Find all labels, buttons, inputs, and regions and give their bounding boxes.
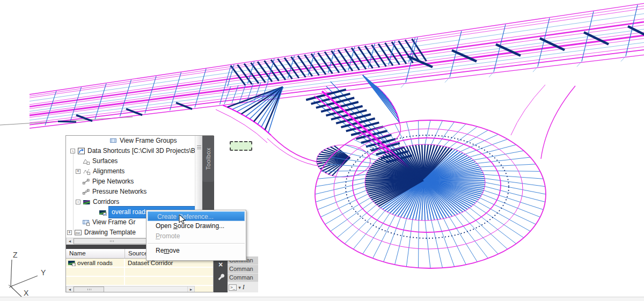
tree-item-pressure-networks[interactable]: Pressure Networks bbox=[66, 187, 195, 197]
table-row[interactable] bbox=[66, 268, 213, 277]
table-row[interactable] bbox=[66, 277, 213, 286]
pipe-networks-icon bbox=[82, 178, 90, 185]
item-view-horizontal-scrollbar[interactable]: ◄ ► bbox=[66, 286, 195, 292]
scrollbar-thumb[interactable] bbox=[74, 238, 150, 244]
menu-separator bbox=[148, 243, 245, 244]
command-prompt-row: >_ ▾ I bbox=[228, 282, 258, 292]
corridor-item-icon bbox=[68, 259, 76, 266]
selection-preview-box bbox=[230, 141, 252, 151]
svg-text:dwt: dwt bbox=[76, 231, 80, 234]
scroll-left-arrow-icon[interactable]: ◄ bbox=[67, 238, 74, 244]
ucs-y-label: Y bbox=[41, 268, 46, 277]
column-header-name[interactable]: Name bbox=[66, 249, 125, 258]
close-icon[interactable]: × bbox=[218, 261, 223, 268]
expand-box[interactable]: + bbox=[67, 230, 72, 235]
menu-item-promote[interactable]: Promote bbox=[147, 231, 246, 241]
text-cursor: I bbox=[243, 283, 245, 291]
ucs-x-label: X bbox=[24, 289, 29, 297]
corridors-icon bbox=[83, 199, 91, 205]
tree-guide-line bbox=[73, 151, 74, 231]
surfaces-icon bbox=[82, 158, 90, 165]
tree-item-surfaces[interactable]: Surfaces bbox=[66, 156, 195, 166]
scrollbar-grip[interactable] bbox=[197, 145, 201, 150]
view-frame-groups-icon bbox=[109, 137, 118, 144]
chevron-down-icon[interactable]: ▾ bbox=[238, 285, 241, 290]
view-frame-group-icon bbox=[82, 219, 90, 226]
command-prompt-icon[interactable]: >_ bbox=[229, 284, 237, 291]
menu-item-remove[interactable]: Remove bbox=[147, 246, 246, 256]
tab-toolbox[interactable]: Toolbox bbox=[202, 136, 214, 182]
tree-item-pipe-networks[interactable]: Pipe Networks bbox=[66, 177, 195, 187]
scrollbar-thumb[interactable] bbox=[74, 287, 104, 292]
scroll-left-arrow-icon[interactable]: ◄ bbox=[67, 287, 74, 292]
expand-box[interactable]: + bbox=[76, 169, 80, 174]
ucs-z-label: Z bbox=[13, 251, 18, 259]
command-history: Comman Comman Comman >_ ▾ I bbox=[228, 256, 258, 292]
corridor-item-icon bbox=[99, 209, 107, 216]
tree-item-data-shortcuts[interactable]: - Data Shortcuts [C:\Civil 3D Projects\B… bbox=[66, 146, 195, 156]
tree-item-alignments[interactable]: + Alignments bbox=[66, 166, 195, 177]
mouse-cursor bbox=[177, 214, 187, 226]
scroll-right-arrow-icon[interactable]: ► bbox=[187, 287, 194, 292]
menu-item-create-reference[interactable]: Create Reference... bbox=[148, 211, 245, 221]
command-window-grip: × bbox=[214, 256, 228, 292]
command-line-text: Comman bbox=[228, 274, 258, 282]
ucs-icon bbox=[9, 260, 38, 297]
drawing-templates-icon: dwt bbox=[74, 229, 82, 236]
pressure-networks-icon bbox=[82, 188, 90, 195]
menu-item-open-source-drawing[interactable]: Open Source Drawing... bbox=[147, 221, 246, 231]
wrench-icon[interactable] bbox=[217, 273, 225, 281]
data-shortcuts-icon bbox=[77, 148, 85, 155]
row-name: overall roads bbox=[77, 260, 113, 266]
toolbox-tab-label: Toolbox bbox=[205, 148, 211, 170]
context-menu: Create Reference... Open Source Drawing.… bbox=[146, 210, 246, 261]
tree-item-view-frame-groups[interactable]: View Frame Groups bbox=[66, 136, 195, 146]
command-line-window: × Comman Comman Comman >_ ▾ I bbox=[214, 256, 258, 292]
alignments-icon bbox=[83, 168, 91, 175]
collapse-box[interactable]: - bbox=[76, 200, 80, 204]
command-line-text: Comman bbox=[228, 265, 258, 273]
tree-item-corridors[interactable]: - Corridors bbox=[66, 197, 195, 207]
